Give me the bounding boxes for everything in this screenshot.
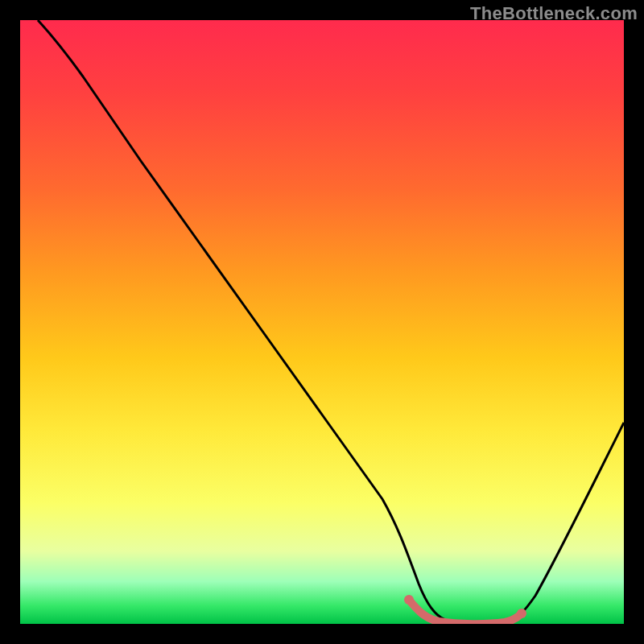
plot-area: [20, 20, 624, 624]
marker-dot-end: [517, 609, 526, 618]
marker-dot-start: [404, 595, 414, 605]
optimal-range-marker: [409, 600, 522, 624]
bottleneck-curve: [38, 20, 624, 624]
curve-layer: [20, 20, 624, 624]
